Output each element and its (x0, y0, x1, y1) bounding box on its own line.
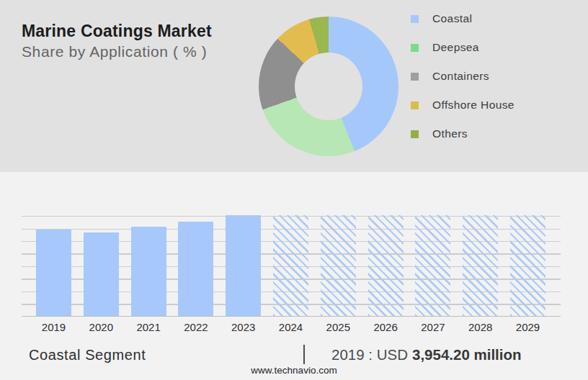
legend: CoastalDeepseaContainersOffshore HouseOt… (411, 11, 514, 142)
value-caption: 2019 : USD3,954.20 million (331, 346, 522, 363)
x-axis-label-2022: 2022 (172, 321, 220, 333)
legend-item-label: Coastal (432, 12, 472, 25)
donut-hole (295, 53, 362, 120)
legend-item-label: Containers (432, 70, 489, 83)
x-axis-label-2023: 2023 (220, 321, 267, 333)
donut-chart (259, 17, 398, 156)
forecast-bar-2029 (510, 215, 545, 316)
bar-2020 (84, 232, 119, 316)
x-axis-label-2024: 2024 (267, 321, 315, 333)
forecast-bar-2026 (368, 215, 404, 316)
legend-swatch-icon (411, 101, 419, 109)
legend-swatch-icon (411, 73, 419, 81)
bar-chart-section: Coastal Segment 2019 : USD3,954.20 milli… (0, 172, 588, 380)
legend-item: Others (411, 126, 514, 142)
legend-item-label: Offshore House (432, 99, 514, 112)
bar-2023 (226, 215, 261, 316)
legend-item-label: Deepsea (432, 41, 479, 54)
top-section: Marine Coatings Market Share by Applicat… (0, 0, 588, 172)
bar-2021 (131, 227, 166, 316)
x-axis-label-2026: 2026 (362, 321, 409, 333)
value-prefix: 2019 : USD (331, 346, 408, 363)
legend-item: Containers (411, 68, 514, 84)
caption-divider (303, 345, 305, 364)
x-axis-label-2027: 2027 (409, 321, 457, 333)
page-title: Marine Coatings Market (22, 22, 212, 41)
page-subtitle: Share by Application ( % ) (22, 43, 207, 60)
legend-item: Deepsea (411, 40, 514, 55)
value-bold: 3,954.20 million (412, 346, 522, 363)
legend-swatch-icon (411, 130, 419, 138)
bar-2022 (178, 222, 213, 316)
x-axis-label-2020: 2020 (77, 321, 125, 333)
forecast-bar-2024 (273, 215, 308, 316)
forecast-bar-2028 (463, 215, 498, 316)
legend-item: Coastal (411, 11, 514, 27)
x-axis-label-2025: 2025 (314, 321, 362, 333)
forecast-bar-2025 (321, 215, 356, 316)
legend-swatch-icon (411, 15, 419, 23)
x-axis-label-2028: 2028 (457, 321, 504, 333)
segment-caption: Coastal Segment (29, 347, 146, 363)
x-axis-label-2029: 2029 (504, 321, 552, 333)
bar-2019 (36, 230, 71, 316)
forecast-bar-2027 (415, 215, 450, 316)
legend-swatch-icon (411, 44, 419, 52)
x-axis-label-2021: 2021 (125, 321, 172, 333)
bar-plot (22, 216, 561, 317)
legend-item: Offshore House (411, 97, 514, 113)
x-axis-label-2019: 2019 (30, 321, 78, 333)
legend-item-label: Others (432, 127, 468, 140)
footer-url: www.technavio.com (0, 365, 588, 376)
